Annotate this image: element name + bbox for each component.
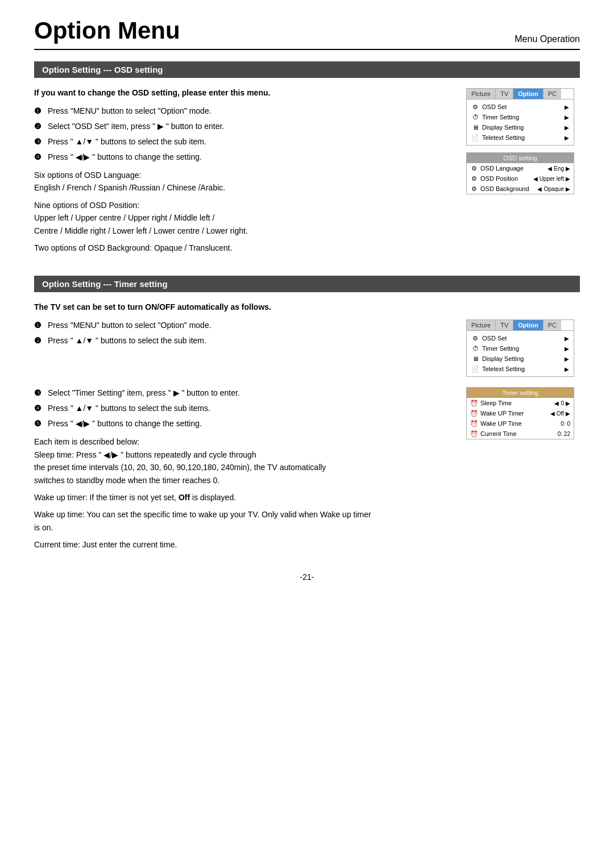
osd-step-2-text: Select "OSD Set" item, press " ▶ " butto… [48, 121, 224, 132]
gear-icon-4: ⚙ [470, 185, 478, 193]
timer-sub-panel: Timer setting ⏰ Sleep Time ◀ 0 ▶ ⏰ [466, 387, 574, 439]
timer-menu-item-osd-set: ⚙ OSD Set ▶ [467, 333, 574, 343]
timer-step-2: Press " ▲/▼ " buttons to select the sub … [34, 335, 455, 347]
osd-menu-items: ⚙ OSD Set ▶ ⏱ Timer Setting ▶ [467, 99, 574, 145]
tab-option-2: Option [513, 320, 543, 330]
gear-icon-5: ⚙ [471, 334, 479, 342]
tab-picture-2: Picture [467, 320, 496, 330]
section-timer: Option Setting --- Timer setting The TV … [34, 276, 580, 555]
timer-desc-each: Each item is described below: Sleep time… [34, 435, 455, 487]
menu-item-teletext: 📄 Teletext Setting ▶ [467, 132, 574, 143]
timer-menu-tabs: Picture TV Option PC [467, 320, 574, 331]
display-icon-2: 🖥 [471, 355, 479, 363]
step-num-2 [34, 121, 44, 132]
timer-menu-item-teletext: 📄 Teletext Setting ▶ [467, 364, 574, 374]
timer-sub-panel-header: Timer setting [467, 388, 574, 398]
clock-icon-1: ⏰ [470, 399, 478, 407]
timer-top-instructions: Press "MENU" button to select "Option" m… [34, 319, 455, 352]
gear-icon: ⚙ [471, 103, 479, 111]
timer-bottom-instructions: Select "Timer Setting" item, press " ▶ "… [34, 387, 455, 555]
timer-menu-item-timer: ⏱ Timer Setting ▶ [467, 343, 574, 354]
timer-steps-top: Press "MENU" button to select "Option" m… [34, 319, 455, 347]
timer-desc-wakeup-timer: Wake up timer: If the timer is not yet s… [34, 491, 455, 504]
timer-row-wakeup-time: ⏰ Wake UP Time 0: 0 [467, 418, 574, 429]
osd-sub-panel-header: OSD setting [467, 153, 574, 163]
clock-icon-2: ⏰ [470, 409, 478, 417]
tab-option: Option [513, 89, 543, 99]
osd-main-menu-panel: Picture TV Option PC ⚙ OSD Set ▶ [466, 88, 574, 146]
tab-tv-2: TV [496, 320, 513, 330]
section-timer-header: Option Setting --- Timer setting [34, 276, 580, 292]
osd-step-3-text: Press " ▲/▼ " buttons to select the sub … [48, 136, 206, 148]
section-osd-header: Option Setting --- OSD setting [34, 61, 580, 78]
gear-icon-3: ⚙ [470, 175, 478, 182]
osd-step-4: Press " ◀/▶ " buttons to change the sett… [34, 151, 455, 163]
timer-row-wakeup-timer: ⏰ Wake UP Timer ◀ Off ▶ [467, 408, 574, 418]
osd-step-2: Select "OSD Set" item, press " ▶ " butto… [34, 121, 455, 132]
osd-row-language: ⚙ OSD Language ◀ Eng ▶ [467, 163, 574, 173]
timer-step-3-text: Select "Timer Setting" item, press " ▶ "… [48, 387, 240, 399]
tab-pc-2: PC [544, 320, 561, 330]
osd-sub-panel: OSD setting ⚙ OSD Language ◀ Eng ▶ ⚙ [466, 152, 574, 194]
osd-row-position: ⚙ OSD Position ◀ Upper left ▶ [467, 173, 574, 184]
osd-step-1-text: Press "MENU" button to select "Option" m… [48, 105, 211, 117]
timer-top-body: Press "MENU" button to select "Option" m… [34, 319, 580, 377]
timer-step-1-text: Press "MENU" button to select "Option" m… [48, 319, 211, 331]
step-num-1 [34, 105, 44, 117]
osd-steps: Press "MENU" button to select "Option" m… [34, 105, 455, 163]
osd-intro: If you want to change the OSD setting, p… [34, 88, 455, 97]
timer-menu-item-display: 🖥 Display Setting ▶ [467, 354, 574, 364]
timer-step-3: Select "Timer Setting" item, press " ▶ "… [34, 387, 455, 399]
page-footer: -21- [34, 572, 580, 582]
step-num-4 [34, 151, 44, 163]
timer-desc-wakeup-time: Wake up time: You can set the specific t… [34, 508, 455, 534]
tab-picture: Picture [467, 89, 496, 99]
timer-step-num-4 [34, 402, 44, 414]
timer-desc-current: Current time: Just enter the current tim… [34, 538, 455, 551]
timer-step-5-text: Press " ◀/▶ " buttons to change the sett… [48, 418, 202, 430]
osd-instructions: If you want to change the OSD setting, p… [34, 88, 455, 259]
osd-extra-lang: Six options of OSD Language: English / F… [34, 169, 455, 194]
timer-row-current-time: ⏰ Current Time 0: 22 [467, 429, 574, 439]
tab-pc: PC [544, 89, 561, 99]
timer-row-sleep: ⏰ Sleep Time ◀ 0 ▶ [467, 398, 574, 408]
step-num-3 [34, 136, 44, 148]
section-osd: Option Setting --- OSD setting If you wa… [34, 61, 580, 259]
display-icon: 🖥 [471, 123, 479, 131]
page-number: -21- [300, 572, 314, 582]
section-osd-body: If you want to change the OSD setting, p… [34, 88, 580, 259]
timer-step-num-3 [34, 387, 44, 399]
timer-sub-panel-area: Timer setting ⏰ Sleep Time ◀ 0 ▶ ⏰ [466, 387, 580, 439]
osd-step-4-text: Press " ◀/▶ " buttons to change the sett… [48, 151, 202, 163]
page-subtitle: Menu Operation [515, 34, 580, 44]
osd-menu-tabs: Picture TV Option PC [467, 89, 574, 99]
clock-icon-3: ⏰ [470, 420, 478, 427]
tab-tv: TV [496, 89, 513, 99]
osd-step-3: Press " ▲/▼ " buttons to select the sub … [34, 136, 455, 148]
timer-step-1: Press "MENU" button to select "Option" m… [34, 319, 455, 331]
page-title: Option Menu [34, 17, 180, 44]
timer-icon-2: ⏱ [471, 344, 479, 352]
osd-row-background: ⚙ OSD Background ◀ Opaque ▶ [467, 184, 574, 194]
timer-step-num-1 [34, 319, 44, 331]
timer-step-2-text: Press " ▲/▼ " buttons to select the sub … [48, 335, 206, 347]
timer-step-num-5 [34, 418, 44, 430]
page-header: Option Menu Menu Operation [34, 17, 580, 50]
menu-item-osd-set: ⚙ OSD Set ▶ [467, 102, 574, 112]
osd-extra-pos: Nine options of OSD Position: Upper left… [34, 199, 455, 237]
timer-menu-items: ⚙ OSD Set ▶ ⏱ Timer Setting ▶ [467, 331, 574, 376]
timer-bottom-body: Select "Timer Setting" item, press " ▶ "… [34, 387, 580, 555]
timer-steps-bottom: Select "Timer Setting" item, press " ▶ "… [34, 387, 455, 430]
timer-step-4-text: Press " ▲/▼ " buttons to select the sub … [48, 402, 210, 414]
timer-menu-panels-top: Picture TV Option PC ⚙ OSD Set ▶ [466, 319, 580, 377]
clock-icon-4: ⏰ [470, 430, 478, 438]
osd-extra-bg: Two options of OSD Background: Opaque / … [34, 242, 455, 254]
timer-step-5: Press " ◀/▶ " buttons to change the sett… [34, 418, 455, 430]
menu-item-timer: ⏱ Timer Setting ▶ [467, 112, 574, 122]
teletext-icon-2: 📄 [471, 365, 479, 373]
timer-main-menu-panel: Picture TV Option PC ⚙ OSD Set ▶ [466, 319, 574, 377]
timer-step-4: Press " ▲/▼ " buttons to select the sub … [34, 402, 455, 414]
timer-icon: ⏱ [471, 113, 479, 121]
menu-item-display: 🖥 Display Setting ▶ [467, 122, 574, 132]
timer-step-num-2 [34, 335, 44, 347]
